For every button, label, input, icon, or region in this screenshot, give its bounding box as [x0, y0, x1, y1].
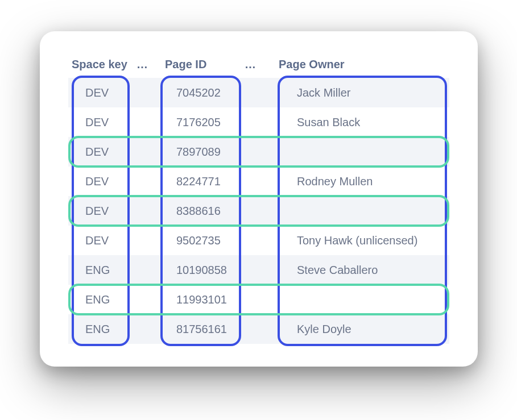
- cell-gap: [137, 137, 165, 167]
- cell-gap: [245, 255, 279, 285]
- cell-space-key: DEV: [68, 107, 137, 137]
- cell-gap: [245, 226, 279, 255]
- cell-page-owner: [279, 285, 449, 314]
- cell-space-key: DEV: [68, 196, 137, 226]
- header-page-owner: Page Owner: [279, 58, 449, 71]
- cell-page-owner: Susan Black: [279, 107, 449, 137]
- table-row: DEV7897089: [68, 137, 449, 167]
- cell-gap: [137, 226, 165, 255]
- cell-gap: [137, 167, 165, 196]
- cell-page-id: 8224771: [165, 167, 245, 196]
- cell-page-id: 10190858: [165, 255, 245, 285]
- cell-space-key: ENG: [68, 255, 137, 285]
- table-row: DEV8388616: [68, 196, 449, 226]
- table-row: DEV7176205Susan Black: [68, 107, 449, 137]
- cell-page-id: 11993101: [165, 285, 245, 314]
- table-row: DEV9502735Tony Hawk (unlicensed): [68, 226, 449, 255]
- cell-gap: [245, 78, 279, 107]
- cell-space-key: ENG: [68, 314, 137, 344]
- cell-page-id: 7176205: [165, 107, 245, 137]
- cell-gap: [137, 255, 165, 285]
- cell-gap: [137, 314, 165, 344]
- cell-gap: [137, 78, 165, 107]
- table-card: Space key … Page ID … Page Owner DEV7045…: [40, 31, 478, 367]
- table-row: DEV7045202Jack Miller: [68, 78, 449, 107]
- cell-gap: [137, 196, 165, 226]
- table-row: ENG10190858Steve Caballero: [68, 255, 449, 285]
- table-body: DEV7045202Jack MillerDEV7176205Susan Bla…: [68, 78, 449, 344]
- cell-gap: [245, 285, 279, 314]
- cell-page-owner: [279, 196, 449, 226]
- cell-space-key: DEV: [68, 137, 137, 167]
- cell-gap: [245, 137, 279, 167]
- cell-space-key: DEV: [68, 78, 137, 107]
- cell-space-key: DEV: [68, 167, 137, 196]
- header-gap-1: …: [137, 58, 165, 71]
- cell-page-id: 7897089: [165, 137, 245, 167]
- cell-page-owner: Kyle Doyle: [279, 314, 449, 344]
- cell-page-owner: Steve Caballero: [279, 255, 449, 285]
- cell-gap: [245, 314, 279, 344]
- cell-page-owner: Tony Hawk (unlicensed): [279, 226, 449, 255]
- cell-page-id: 7045202: [165, 78, 245, 107]
- cell-page-owner: [279, 137, 449, 167]
- table-row: DEV8224771Rodney Mullen: [68, 167, 449, 196]
- header-gap-2: …: [245, 58, 279, 71]
- cell-space-key: ENG: [68, 285, 137, 314]
- cell-space-key: DEV: [68, 226, 137, 255]
- header-space-key: Space key: [68, 58, 137, 71]
- cell-page-owner: Jack Miller: [279, 78, 449, 107]
- cell-page-id: 81756161: [165, 314, 245, 344]
- header-page-id: Page ID: [165, 58, 245, 71]
- table-row: ENG81756161Kyle Doyle: [68, 314, 449, 344]
- cell-page-id: 9502735: [165, 226, 245, 255]
- table-headers: Space key … Page ID … Page Owner: [68, 51, 449, 78]
- cell-page-owner: Rodney Mullen: [279, 167, 449, 196]
- cell-gap: [137, 107, 165, 137]
- cell-gap: [245, 196, 279, 226]
- cell-gap: [245, 107, 279, 137]
- table-row: ENG11993101: [68, 285, 449, 314]
- cell-page-id: 8388616: [165, 196, 245, 226]
- cell-gap: [245, 167, 279, 196]
- cell-gap: [137, 285, 165, 314]
